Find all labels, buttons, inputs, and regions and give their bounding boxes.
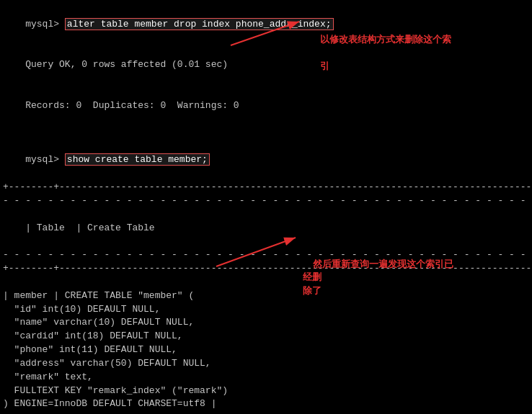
table-header-text: | Table | Create Table: [25, 222, 154, 233]
prompt-2: mysql>: [25, 154, 65, 165]
arrow-1: [223, 13, 310, 53]
records-line: Records: 0 Duplicates: 0 Warnings: 0: [3, 86, 529, 127]
terminal-window: mysql> alter table member drop index pho…: [0, 0, 532, 414]
divider-1: +--------+------------------------------…: [3, 181, 529, 194]
create-table-line-6: "address" varchar(50) DEFAULT NULL,: [3, 357, 529, 371]
query-ok-text: Query OK, 0 rows affected (0.01 sec): [25, 59, 228, 70]
blank-1: [3, 127, 529, 140]
divider-2: - - - - - - - - - - - - - - - - - - - - …: [3, 194, 529, 208]
prompt-1: mysql>: [25, 19, 65, 30]
create-table-line-3: "name" varchar(10) DEFAULT NULL,: [3, 316, 529, 330]
svg-line-1: [231, 22, 299, 45]
command-text-2: show create table member;: [65, 153, 210, 166]
divider-5: +--------+------------------------------…: [3, 411, 529, 414]
create-table-line-7: "remark" text,: [3, 371, 529, 384]
create-table-line-9: ) ENGINE=InnoDB DEFAULT CHARSET=utf8 |: [3, 397, 529, 411]
arrow-2: [209, 227, 310, 274]
command-line-2: mysql> show create table member;: [3, 140, 529, 181]
create-table-line-4: "cardid" int(18) DEFAULT NULL,: [3, 330, 529, 343]
annotation-1: 以修改表结构方式来删除这个索 引: [310, 20, 454, 86]
create-table-line-5: "phone" int(11) DEFAULT NULL,: [3, 343, 529, 357]
svg-line-3: [216, 238, 296, 266]
records-text: Records: 0 Duplicates: 0 Warnings: 0: [25, 100, 239, 111]
create-table-line-8: FULLTEXT KEY "remark_index" ("remark"): [3, 384, 529, 398]
annotation-2: 然后重新查询一遍发现这个索引已经删 除了: [303, 245, 461, 310]
